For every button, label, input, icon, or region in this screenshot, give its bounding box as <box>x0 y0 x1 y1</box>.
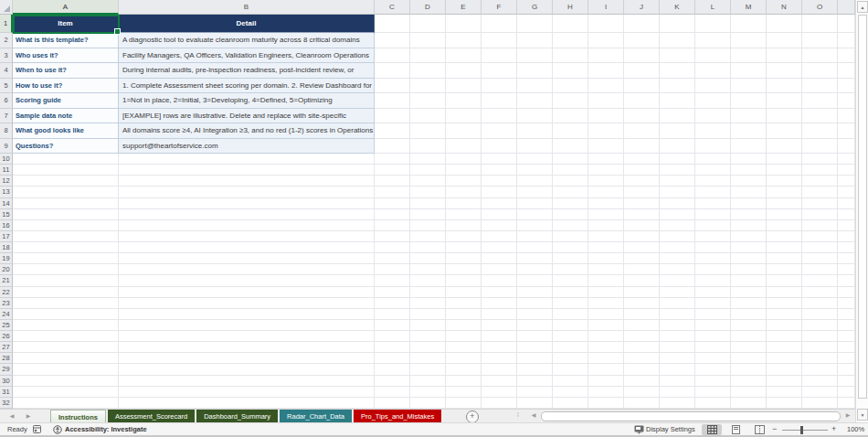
cell-D32[interactable] <box>410 398 446 409</box>
cell-O18[interactable] <box>802 242 838 253</box>
cell-I26[interactable] <box>588 331 624 342</box>
cell-K12[interactable] <box>660 176 695 187</box>
cell-B1[interactable]: Detail <box>119 15 375 33</box>
cell-partial-29[interactable] <box>838 364 855 375</box>
cell-K4[interactable] <box>660 63 695 79</box>
cell-G20[interactable] <box>517 264 553 275</box>
cell-K5[interactable] <box>660 79 695 94</box>
cell-L32[interactable] <box>695 398 731 409</box>
cell-I19[interactable] <box>588 253 624 264</box>
cell-A20[interactable] <box>13 264 119 275</box>
column-header-H[interactable]: H <box>553 0 588 15</box>
cell-H29[interactable] <box>553 364 588 375</box>
cell-B32[interactable] <box>119 398 375 409</box>
cell-B12[interactable] <box>119 176 375 187</box>
cell-G30[interactable] <box>517 376 553 387</box>
cell-H9[interactable] <box>553 139 588 155</box>
cell-I10[interactable] <box>588 154 624 165</box>
cell-N12[interactable] <box>767 176 802 187</box>
cell-partial-27[interactable] <box>838 342 855 353</box>
cell-B10[interactable] <box>119 154 375 165</box>
cell-L12[interactable] <box>695 176 731 187</box>
cell-A14[interactable] <box>13 198 119 209</box>
cell-M32[interactable] <box>731 398 767 409</box>
cell-B27[interactable] <box>119 342 375 353</box>
cell-G31[interactable] <box>517 387 553 398</box>
cell-partial-28[interactable] <box>838 353 855 364</box>
cell-M9[interactable] <box>731 139 767 155</box>
cell-K7[interactable] <box>660 109 695 124</box>
add-sheet-button[interactable]: + <box>466 410 479 423</box>
cell-H27[interactable] <box>553 342 588 353</box>
cell-K32[interactable] <box>660 398 695 409</box>
cell-G15[interactable] <box>517 209 553 220</box>
cell-partial-21[interactable] <box>838 275 855 286</box>
cell-G1[interactable] <box>517 15 553 33</box>
cell-K30[interactable] <box>660 376 695 387</box>
zoom-in-button[interactable]: + <box>831 423 836 435</box>
cell-O31[interactable] <box>802 387 838 398</box>
cell-D22[interactable] <box>410 287 446 298</box>
cell-B19[interactable] <box>119 253 375 264</box>
cell-partial-4[interactable] <box>838 63 855 79</box>
cell-partial-26[interactable] <box>838 331 855 342</box>
cell-C4[interactable] <box>375 63 410 79</box>
cell-I15[interactable] <box>588 209 624 220</box>
cell-O7[interactable] <box>802 109 838 124</box>
cell-D28[interactable] <box>410 353 446 364</box>
cell-M28[interactable] <box>731 353 767 364</box>
cell-A16[interactable] <box>13 220 119 231</box>
cell-K15[interactable] <box>660 209 695 220</box>
cell-E30[interactable] <box>446 376 482 387</box>
cell-C28[interactable] <box>375 353 410 364</box>
cell-K18[interactable] <box>660 242 695 253</box>
row-header-20[interactable]: 20 <box>0 264 13 275</box>
cell-partial-11[interactable] <box>838 165 855 176</box>
cell-K21[interactable] <box>660 275 695 286</box>
cell-L16[interactable] <box>695 220 731 231</box>
cell-B21[interactable] <box>119 275 375 286</box>
cell-C26[interactable] <box>375 331 410 342</box>
cell-N22[interactable] <box>767 287 802 298</box>
cell-A7[interactable]: Sample data note <box>13 109 119 124</box>
cell-L17[interactable] <box>695 231 731 242</box>
cell-J14[interactable] <box>624 198 660 209</box>
column-header-D[interactable]: D <box>410 0 446 15</box>
cell-C6[interactable] <box>375 93 410 109</box>
cell-partial-22[interactable] <box>838 287 855 298</box>
cell-O14[interactable] <box>802 198 838 209</box>
cell-partial-3[interactable] <box>838 48 855 64</box>
column-header-A[interactable]: A <box>13 0 119 15</box>
cell-N29[interactable] <box>767 364 802 375</box>
column-header-partial[interactable] <box>838 0 855 15</box>
cell-K1[interactable] <box>660 15 695 33</box>
cell-I5[interactable] <box>588 79 624 94</box>
cell-C15[interactable] <box>375 209 410 220</box>
cell-G11[interactable] <box>517 165 553 176</box>
cell-F18[interactable] <box>482 242 517 253</box>
cell-E8[interactable] <box>446 123 482 139</box>
cell-J1[interactable] <box>624 15 660 33</box>
cell-A28[interactable] <box>13 353 119 364</box>
cell-D23[interactable] <box>410 298 446 309</box>
cell-I23[interactable] <box>588 298 624 309</box>
cell-J3[interactable] <box>624 48 660 64</box>
cell-M27[interactable] <box>731 342 767 353</box>
cell-D30[interactable] <box>410 376 446 387</box>
cell-M11[interactable] <box>731 165 767 176</box>
horizontal-scrollbar-thumb[interactable] <box>541 411 841 421</box>
column-header-C[interactable]: C <box>375 0 410 15</box>
cell-E15[interactable] <box>446 209 482 220</box>
tab-splitter-handle[interactable]: ⁞ <box>517 411 519 418</box>
cell-H16[interactable] <box>553 220 588 231</box>
cell-A15[interactable] <box>13 209 119 220</box>
cell-O3[interactable] <box>802 48 838 64</box>
row-header-19[interactable]: 19 <box>0 253 13 264</box>
cell-G10[interactable] <box>517 154 553 165</box>
cell-F13[interactable] <box>482 187 517 197</box>
cell-J12[interactable] <box>624 176 660 187</box>
cell-M2[interactable] <box>731 33 767 48</box>
cell-A4[interactable]: When to use it? <box>13 63 119 79</box>
cell-J2[interactable] <box>624 33 660 48</box>
cell-partial-25[interactable] <box>838 320 855 331</box>
